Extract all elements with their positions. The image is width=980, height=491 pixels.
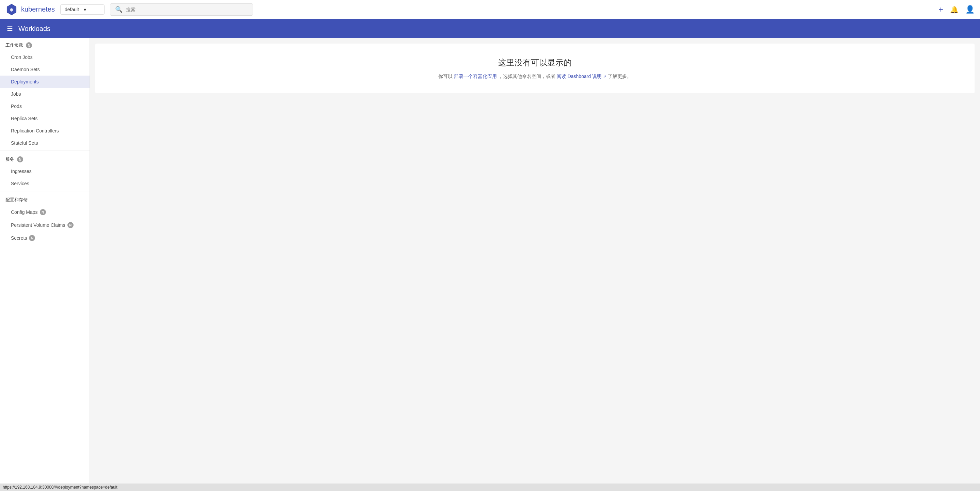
replication-controllers-label: Replication Controllers [11, 128, 59, 133]
dashboard-link-text: 阅读 Dashboard 说明 [557, 73, 602, 79]
sidebar-item-pods[interactable]: Pods [0, 100, 89, 112]
main-content: 这里没有可以显示的 你可以 部署一个容器化应用 ，选择其他命名空间，或者 阅读 … [90, 38, 980, 491]
sidebar-item-replication-controllers[interactable]: Replication Controllers [0, 125, 89, 137]
status-bar: https://192.168.184.9:30000/#/deployment… [0, 483, 980, 491]
namespace-value: default [65, 7, 81, 12]
hamburger-icon[interactable]: ☰ [7, 24, 13, 33]
logo-area[interactable]: ⎈ kubernetes [5, 3, 55, 16]
sidebar-item-config-maps[interactable]: Config Maps N [0, 206, 89, 219]
pods-label: Pods [11, 103, 22, 109]
logo-text: kubernetes [21, 5, 55, 13]
account-icon[interactable]: 👤 [966, 5, 975, 14]
empty-state-desc-start: 你可以 [438, 73, 453, 79]
status-bar-url: https://192.168.184.9:30000/#/deployment… [3, 485, 118, 489]
chevron-down-icon: ▾ [84, 7, 100, 12]
config-maps-label: Config Maps [11, 210, 38, 215]
svg-text:⎈: ⎈ [10, 6, 14, 12]
notification-icon[interactable]: 🔔 [950, 5, 959, 14]
sidebar-section-services-badge: N [17, 156, 23, 162]
section-title: Workloads [18, 25, 50, 33]
cron-jobs-label: Cron Jobs [11, 54, 33, 60]
sidebar: 工作负载 N Cron Jobs Daemon Sets Deployments… [0, 38, 90, 491]
ingresses-label: Ingresses [11, 168, 32, 174]
main-layout: 工作负载 N Cron Jobs Daemon Sets Deployments… [0, 38, 980, 491]
add-icon[interactable]: + [939, 5, 943, 14]
sidebar-item-services[interactable]: Services [0, 177, 89, 190]
pvc-label: Persistent Volume Claims [11, 222, 65, 228]
sidebar-item-stateful-sets[interactable]: Stateful Sets [0, 137, 89, 149]
sidebar-section-services-label: 服务 [5, 156, 14, 162]
sidebar-section-workloads-label: 工作负载 [5, 42, 23, 48]
sidebar-divider-2 [0, 191, 89, 191]
search-bar: 🔍 [110, 3, 253, 16]
sidebar-divider-1 [0, 151, 89, 151]
nav-icons: + 🔔 👤 [939, 5, 975, 14]
services-label: Services [11, 181, 29, 186]
empty-state-description: 你可以 部署一个容器化应用 ，选择其他命名空间，或者 阅读 Dashboard … [103, 73, 966, 79]
namespace-select[interactable]: default ▾ [60, 5, 105, 14]
sidebar-item-replica-sets[interactable]: Replica Sets [0, 112, 89, 125]
empty-state-desc-middle: ，选择其他命名空间，或者 [498, 73, 555, 79]
sidebar-section-workloads-badge: N [26, 42, 32, 48]
empty-state-title: 这里没有可以显示的 [103, 57, 966, 68]
empty-state-card: 这里没有可以显示的 你可以 部署一个容器化应用 ，选择其他命名空间，或者 阅读 … [95, 44, 975, 93]
deployments-label: Deployments [11, 79, 39, 84]
sidebar-section-config: 配置和存储 [0, 193, 89, 206]
empty-state-desc-end: 了解更多。 [608, 73, 632, 79]
secrets-badge: N [29, 235, 35, 241]
sidebar-item-secrets[interactable]: Secrets N [0, 232, 89, 245]
replica-sets-label: Replica Sets [11, 116, 38, 121]
secrets-label: Secrets [11, 235, 27, 241]
search-icon: 🔍 [115, 6, 123, 13]
jobs-label: Jobs [11, 91, 21, 97]
top-nav: ⎈ kubernetes default ▾ 🔍 + 🔔 👤 [0, 0, 980, 19]
external-link-icon: ↗ [603, 74, 606, 79]
sidebar-item-daemon-sets[interactable]: Daemon Sets [0, 64, 89, 76]
section-header: ☰ Workloads [0, 19, 980, 38]
sidebar-item-cron-jobs[interactable]: Cron Jobs [0, 51, 89, 64]
sidebar-section-services: 服务 N [0, 152, 89, 165]
sidebar-item-ingresses[interactable]: Ingresses [0, 165, 89, 177]
sidebar-section-workloads: 工作负载 N [0, 38, 89, 51]
dashboard-docs-link[interactable]: 阅读 Dashboard 说明 ↗ [557, 73, 608, 79]
sidebar-item-jobs[interactable]: Jobs [0, 88, 89, 100]
search-input[interactable] [126, 7, 248, 12]
deploy-app-link[interactable]: 部署一个容器化应用 [454, 73, 497, 79]
pvc-badge: N [67, 222, 73, 228]
config-maps-badge: N [40, 209, 46, 215]
stateful-sets-label: Stateful Sets [11, 140, 38, 146]
daemon-sets-label: Daemon Sets [11, 67, 40, 72]
sidebar-item-persistent-volume-claims[interactable]: Persistent Volume Claims N [0, 219, 89, 232]
sidebar-section-config-label: 配置和存储 [5, 197, 28, 203]
kubernetes-logo-icon: ⎈ [5, 3, 18, 16]
sidebar-item-deployments[interactable]: Deployments [0, 76, 89, 88]
